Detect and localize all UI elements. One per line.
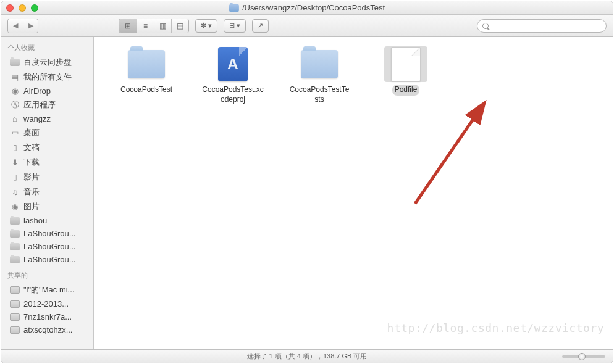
docs-icon: ▯ — [10, 143, 20, 152]
sidebar-item-label: 百度云同步盘 — [23, 57, 72, 68]
close-window-button[interactable] — [6, 4, 14, 12]
folder-icon — [10, 255, 20, 264]
files-icon: ▤ — [10, 73, 20, 81]
sidebar-item-label: 图片 — [23, 201, 40, 212]
sidebar-item-label: 文稿 — [23, 142, 40, 153]
file-name-label: CocoaPodsTest — [118, 85, 175, 96]
downloads-icon: ⬇ — [10, 158, 20, 167]
sidebar-item-label: 应用程序 — [23, 99, 56, 110]
sidebar-item-label: AirDrop — [23, 86, 51, 96]
sidebar-item[interactable]: ◉AirDrop — [1, 85, 93, 97]
search-icon — [482, 23, 489, 29]
sidebar-item-label: atxscqtohzx... — [23, 325, 72, 334]
watermark-text: http://blog.csdn.net/wzzvictory — [387, 321, 604, 334]
file-item[interactable]: CocoaPodsTest — [112, 46, 180, 96]
file-item[interactable]: Podfile — [372, 46, 440, 96]
xcodeproj-icon: A — [218, 47, 248, 81]
column-view-button[interactable]: ▥ — [154, 19, 171, 33]
window-title: /Users/wangzz/Desktop/CocoaPodsTest — [229, 3, 385, 12]
search-input[interactable] — [477, 19, 607, 33]
list-view-button[interactable]: ≡ — [137, 19, 154, 33]
svg-line-1 — [415, 105, 483, 204]
file-item[interactable]: ACocoaPodsTest.xcodeproj — [199, 46, 267, 105]
sidebar-item[interactable]: 百度云同步盘 — [1, 55, 93, 70]
arrange-menu-button[interactable]: ⊟ ▾ — [224, 19, 246, 33]
sidebar-item-label: 音乐 — [23, 186, 40, 197]
sidebar-item[interactable]: ◉图片 — [1, 199, 93, 214]
music-icon: ♫ — [10, 188, 20, 196]
movies-icon: ▯ — [10, 173, 20, 181]
sidebar-item-label: LaShouGrou... — [23, 242, 76, 251]
folder-icon — [229, 4, 239, 12]
sidebar-item[interactable]: ▤我的所有文件 — [1, 70, 93, 85]
action-menu-button[interactable]: ✻ ▾ — [195, 19, 217, 33]
file-area[interactable]: CocoaPodsTestACocoaPodsTest.xcodeprojCoc… — [94, 37, 613, 349]
disk-icon — [10, 300, 20, 308]
sidebar-item[interactable]: LaShouGrou... — [1, 240, 93, 253]
sidebar-item-label: 影片 — [23, 172, 40, 183]
desktop-icon: ▭ — [10, 128, 20, 137]
sidebar-item[interactable]: "l"的"Mac mi... — [1, 283, 93, 297]
icon-view-button[interactable]: ⊞ — [119, 19, 137, 33]
airdrop-icon: ◉ — [10, 87, 20, 96]
zoom-slider[interactable] — [562, 355, 605, 358]
home-icon: ⌂ — [10, 115, 20, 123]
folder-icon — [10, 58, 20, 67]
file-name-label: Podfile — [392, 85, 420, 96]
minimize-window-button[interactable] — [19, 4, 26, 12]
sidebar-item[interactable]: LaShouGrou... — [1, 253, 93, 266]
sidebar-item[interactable]: lashou — [1, 214, 93, 227]
coverflow-view-button[interactable]: ▤ — [171, 19, 188, 33]
sidebar-item[interactable]: ▯文稿 — [1, 140, 93, 155]
share-button[interactable]: ↗ — [252, 19, 269, 33]
sidebar-item[interactable]: Ⓐ应用程序 — [1, 97, 93, 112]
sidebar-item-label: 7nz1snkr7a... — [23, 312, 72, 321]
title-path: /Users/wangzz/Desktop/CocoaPodsTest — [242, 3, 385, 12]
document-icon — [391, 47, 421, 81]
sidebar-heading-shared: 共享的 — [1, 268, 93, 283]
apps-icon: Ⓐ — [10, 101, 20, 109]
pictures-icon: ◉ — [10, 202, 20, 211]
sidebar-item-label: wangzz — [23, 114, 51, 123]
disk-icon — [10, 313, 20, 321]
sidebar-item-label: 2012-2013... — [23, 299, 69, 308]
toolbar: ◀ ▶ ⊞ ≡ ▥ ▤ ✻ ▾ ⊟ ▾ ↗ — [1, 15, 613, 37]
folder-icon — [10, 217, 20, 225]
folder-icon — [10, 242, 20, 251]
sidebar-item-label: LaShouGrou... — [23, 229, 76, 238]
status-text: 选择了 1 项（共 4 项），138.7 GB 可用 — [247, 352, 368, 361]
titlebar: /Users/wangzz/Desktop/CocoaPodsTest — [1, 1, 613, 15]
sidebar-item-label: 桌面 — [23, 127, 40, 138]
folder-icon — [128, 50, 165, 78]
sidebar-item[interactable]: ▯影片 — [1, 170, 93, 184]
sidebar-item-label: "l"的"Mac mi... — [23, 284, 74, 296]
zoom-window-button[interactable] — [31, 4, 38, 12]
sidebar-item-label: 下载 — [23, 157, 40, 168]
sidebar-item-label: LaShouGrou... — [23, 255, 76, 264]
folder-icon — [10, 230, 20, 238]
sidebar-item-label: 我的所有文件 — [23, 72, 72, 83]
sidebar-item[interactable]: ⌂wangzz — [1, 112, 93, 125]
disk-icon — [10, 326, 20, 334]
sidebar-item-label: lashou — [23, 216, 47, 225]
sidebar: 个人收藏 百度云同步盘▤我的所有文件◉AirDropⒶ应用程序⌂wangzz▭桌… — [1, 37, 94, 349]
sidebar-item[interactable]: LaShouGrou... — [1, 227, 93, 240]
statusbar: 选择了 1 项（共 4 项），138.7 GB 可用 — [1, 349, 613, 363]
disk-icon — [10, 286, 20, 294]
sidebar-item[interactable]: ♫音乐 — [1, 184, 93, 199]
sidebar-item[interactable]: 2012-2013... — [1, 297, 93, 310]
file-name-label: CocoaPodsTestTests — [285, 85, 353, 105]
back-button[interactable]: ◀ — [8, 19, 23, 33]
file-name-label: CocoaPodsTest.xcodeproj — [199, 85, 267, 105]
sidebar-item[interactable]: atxscqtohzx... — [1, 323, 93, 336]
sidebar-heading-favorites: 个人收藏 — [1, 41, 93, 55]
sidebar-item[interactable]: ⬇下载 — [1, 155, 93, 170]
folder-icon — [301, 50, 338, 78]
file-item[interactable]: CocoaPodsTestTests — [285, 46, 353, 105]
sidebar-item[interactable]: 7nz1snkr7a... — [1, 310, 93, 323]
sidebar-item[interactable]: ▭桌面 — [1, 125, 93, 140]
forward-button[interactable]: ▶ — [23, 19, 38, 33]
